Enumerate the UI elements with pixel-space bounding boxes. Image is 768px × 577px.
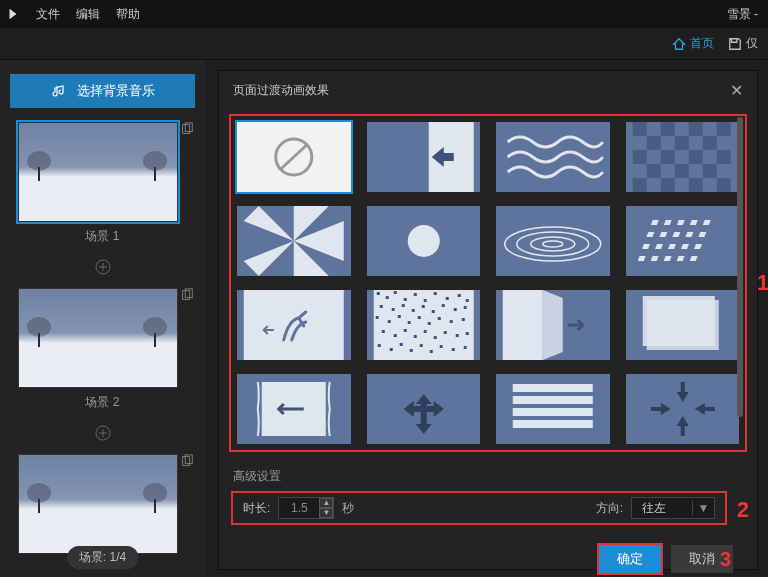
svg-rect-43: [698, 232, 706, 237]
svg-rect-11: [632, 122, 646, 136]
svg-rect-104: [642, 296, 714, 346]
effect-dots[interactable]: [626, 206, 740, 276]
svg-rect-27: [688, 178, 702, 192]
svg-rect-93: [377, 344, 380, 347]
svg-rect-45: [655, 244, 663, 249]
advanced-label: 高级设置: [233, 468, 757, 485]
ok-button[interactable]: 确定: [599, 545, 661, 573]
effect-checker[interactable]: [626, 122, 740, 192]
home-icon: [672, 37, 686, 51]
duplicate-icon[interactable]: [180, 122, 194, 139]
spin-down-icon[interactable]: ▼: [319, 508, 333, 518]
effect-arrows-out[interactable]: [367, 374, 481, 444]
effect-noise[interactable]: [367, 290, 481, 360]
svg-rect-86: [403, 329, 406, 332]
app-logo-icon: [6, 7, 20, 21]
svg-rect-109: [513, 420, 593, 428]
svg-rect-56: [376, 292, 379, 295]
scene-thumb-1[interactable]: [18, 122, 178, 222]
svg-rect-51: [663, 256, 671, 261]
duration-spinner[interactable]: ▲ ▼: [278, 497, 334, 519]
svg-rect-21: [716, 150, 730, 164]
effect-slide-left[interactable]: [237, 374, 351, 444]
svg-rect-98: [429, 350, 432, 353]
transition-dialog: 页面过渡动画效果 ✕: [218, 70, 758, 570]
svg-rect-97: [419, 344, 422, 347]
svg-rect-100: [451, 348, 454, 351]
scene-label: 场景 2: [18, 388, 188, 415]
add-scene-button[interactable]: [10, 257, 195, 288]
svg-rect-88: [423, 330, 426, 333]
duplicate-icon[interactable]: [180, 454, 194, 471]
svg-rect-91: [455, 334, 458, 337]
svg-rect-79: [417, 316, 420, 319]
svg-rect-28: [716, 178, 730, 192]
annotation-3: 3: [720, 548, 731, 571]
home-link[interactable]: 首页: [672, 35, 714, 52]
svg-rect-84: [381, 330, 384, 333]
svg-rect-24: [702, 164, 716, 178]
dialog-scrollbar[interactable]: [737, 117, 743, 417]
svg-rect-22: [646, 164, 660, 178]
bg-music-button[interactable]: 选择背景音乐: [10, 74, 195, 108]
scene-thumb-3[interactable]: [18, 454, 178, 554]
plus-icon: [95, 259, 111, 275]
svg-rect-85: [393, 334, 396, 337]
effect-waves[interactable]: [496, 122, 610, 192]
svg-rect-73: [453, 308, 456, 311]
svg-rect-18: [632, 150, 646, 164]
svg-rect-71: [431, 310, 434, 313]
svg-rect-96: [409, 349, 412, 352]
menu-help[interactable]: 帮助: [108, 6, 148, 23]
window-title: 雪景 -: [727, 6, 762, 23]
direction-select[interactable]: 往左 ▼: [631, 497, 715, 519]
scene-counter: 场景: 1/4: [67, 546, 138, 569]
effect-arrows-in[interactable]: [626, 374, 740, 444]
svg-rect-78: [407, 321, 410, 324]
svg-rect-15: [646, 136, 660, 150]
effect-pinwheel[interactable]: [237, 206, 351, 276]
add-scene-button[interactable]: [10, 423, 195, 454]
svg-rect-77: [397, 315, 400, 318]
svg-rect-52: [676, 256, 684, 261]
effect-none[interactable]: [237, 122, 351, 192]
chevron-down-icon[interactable]: ▼: [692, 501, 714, 515]
effect-iris[interactable]: [367, 206, 481, 276]
svg-rect-36: [676, 220, 684, 225]
svg-point-29: [407, 225, 439, 257]
svg-rect-48: [694, 244, 702, 249]
effect-door[interactable]: [496, 290, 610, 360]
svg-rect-54: [244, 290, 344, 360]
svg-rect-20: [688, 150, 702, 164]
svg-rect-101: [463, 346, 466, 349]
svg-rect-62: [433, 292, 436, 295]
effect-blinds[interactable]: [496, 374, 610, 444]
effect-zoom[interactable]: [626, 290, 740, 360]
direction-value: 往左: [632, 500, 692, 517]
bg-music-label: 选择背景音乐: [77, 82, 155, 100]
svg-rect-68: [401, 304, 404, 307]
duplicate-icon[interactable]: [180, 288, 194, 305]
svg-rect-13: [688, 122, 702, 136]
svg-rect-72: [441, 304, 444, 307]
svg-rect-107: [513, 396, 593, 404]
svg-rect-70: [421, 305, 424, 308]
duration-label: 时长:: [243, 500, 270, 517]
close-icon[interactable]: ✕: [730, 81, 743, 100]
effect-ripple[interactable]: [496, 206, 610, 276]
svg-rect-99: [439, 345, 442, 348]
spin-up-icon[interactable]: ▲: [319, 498, 333, 508]
menu-file[interactable]: 文件: [28, 6, 68, 23]
svg-rect-83: [461, 318, 464, 321]
save-link[interactable]: 仅: [728, 35, 758, 52]
effect-push-right[interactable]: [367, 122, 481, 192]
effect-swipe[interactable]: [237, 290, 351, 360]
menu-edit[interactable]: 编辑: [68, 6, 108, 23]
svg-rect-65: [465, 299, 468, 302]
save-icon: [728, 37, 742, 51]
music-icon: [51, 83, 67, 99]
scene-thumb-2[interactable]: [18, 288, 178, 388]
svg-rect-17: [702, 136, 716, 150]
duration-input[interactable]: [279, 501, 319, 515]
svg-rect-59: [403, 298, 406, 301]
